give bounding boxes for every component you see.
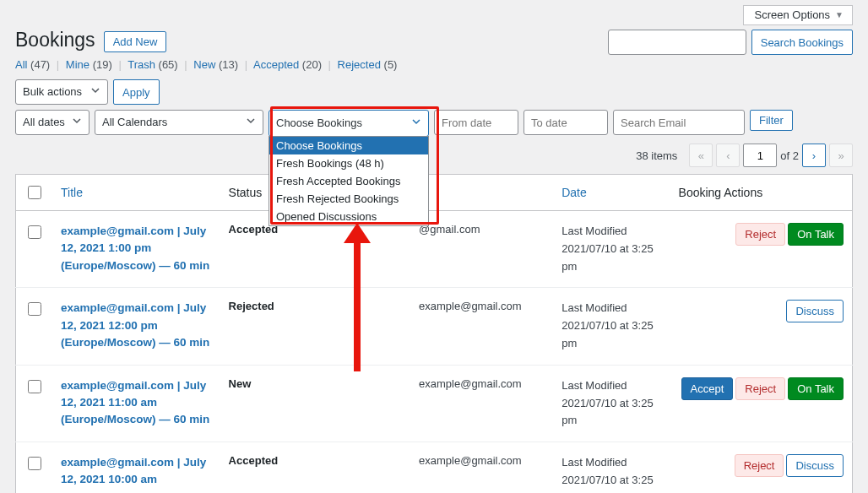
status-filter-rejected[interactable]: Rejected: [338, 58, 381, 71]
reject-button[interactable]: Reject: [735, 377, 785, 400]
chevron-down-icon: [90, 80, 100, 104]
booking-date: Last Modified2021/07/10 at 3:25pm: [553, 365, 670, 442]
column-actions: Booking Actions: [670, 175, 853, 211]
accept-button[interactable]: Accept: [681, 377, 734, 400]
row-checkbox[interactable]: [28, 380, 41, 393]
booking-title-link[interactable]: example@gmail.com | July 12, 2021 12:00 …: [61, 301, 209, 349]
choose-bookings-options: Choose Bookings Fresh Bookings (48 h) Fr…: [269, 136, 429, 226]
booking-title-link[interactable]: example@gmail.com | July 12, 2021 11:00 …: [61, 379, 209, 426]
column-date[interactable]: Date: [561, 186, 587, 199]
table-row: example@gmail.com | July 12, 2021 12:00 …: [16, 288, 853, 365]
status-filter-mine[interactable]: Mine: [66, 58, 90, 71]
row-checkbox[interactable]: [28, 225, 41, 239]
screen-options-button[interactable]: Screen Options ▼: [743, 5, 853, 25]
booking-date: Last Modified2021/07/10 at 3:25pm: [553, 288, 670, 365]
search-bookings-button[interactable]: Search Bookings: [751, 30, 853, 55]
page-title: Bookings: [15, 29, 95, 51]
on-talk-button[interactable]: On Talk: [788, 377, 844, 400]
row-checkbox[interactable]: [28, 302, 41, 316]
chevron-down-icon: [411, 111, 421, 136]
booking-email: @gmail.com: [410, 211, 553, 288]
search-email-input[interactable]: [613, 110, 745, 135]
apply-button[interactable]: Apply: [113, 79, 160, 105]
add-new-button[interactable]: Add New: [104, 31, 167, 52]
caret-down-icon: ▼: [835, 10, 844, 19]
screen-options-label: Screen Options: [754, 8, 830, 21]
on-talk-button[interactable]: On Talk: [788, 223, 844, 246]
status-filter-links: All (47) | Mine (19) | Trash (65) | New …: [15, 58, 853, 71]
status-filter-all[interactable]: All: [15, 58, 27, 71]
dropdown-option[interactable]: Fresh Rejected Bookings: [269, 190, 428, 208]
booking-email: example@gmail.com: [410, 442, 553, 493]
bookings-table: Title Status Date Booking Actions exampl…: [15, 174, 853, 493]
bulk-actions-select[interactable]: Bulk actions: [15, 79, 108, 105]
current-page-input[interactable]: [743, 144, 777, 167]
booking-title-link[interactable]: example@gmail.com | July 12, 2021 10:00 …: [61, 456, 209, 493]
reject-button[interactable]: Reject: [735, 454, 784, 477]
prev-page-button: ‹: [716, 144, 740, 167]
booking-status: Rejected: [220, 288, 410, 365]
chevron-down-icon: [72, 111, 82, 134]
status-filter-accepted[interactable]: Accepted: [253, 58, 299, 71]
first-page-button: «: [689, 144, 713, 167]
search-input[interactable]: [608, 30, 746, 55]
dropdown-option[interactable]: Opened Discussions: [269, 208, 428, 225]
to-date-input[interactable]: [524, 110, 608, 135]
status-filter-new[interactable]: New: [193, 58, 215, 71]
table-row: example@gmail.com | July 12, 2021 11:00 …: [16, 365, 853, 442]
booking-email: example@gmail.com: [410, 288, 553, 365]
booking-title-link[interactable]: example@gmail.com | July 12, 2021 1:00 p…: [61, 225, 209, 272]
reject-button[interactable]: Reject: [735, 223, 785, 246]
discuss-button[interactable]: Discuss: [786, 454, 844, 477]
dropdown-option[interactable]: Fresh Accepted Bookings: [269, 172, 428, 190]
page-of-text: of 2: [780, 149, 799, 162]
from-date-input[interactable]: [434, 110, 518, 135]
dropdown-option[interactable]: Fresh Bookings (48 h): [269, 154, 428, 172]
all-dates-select[interactable]: All dates: [15, 110, 90, 135]
booking-date: Last Modified2021/07/10 at 3:25pm: [553, 211, 670, 288]
row-checkbox[interactable]: [28, 457, 41, 470]
table-row: example@gmail.com | July 12, 2021 10:00 …: [16, 442, 853, 493]
column-email: [410, 175, 553, 211]
select-all-checkbox[interactable]: [28, 186, 41, 199]
discuss-button[interactable]: Discuss: [786, 300, 844, 322]
next-page-button[interactable]: ›: [802, 144, 826, 167]
status-filter-trash[interactable]: Trash: [127, 58, 155, 71]
column-title[interactable]: Title: [61, 186, 83, 199]
booking-email: example@gmail.com: [410, 365, 553, 442]
last-page-button: »: [829, 144, 853, 167]
booking-status: Accepted: [220, 442, 410, 493]
booking-date: Last Modified2021/07/10 at 3:25pm: [553, 442, 670, 493]
table-row: example@gmail.com | July 12, 2021 1:00 p…: [16, 211, 853, 288]
all-calendars-select[interactable]: All Calendars: [95, 110, 263, 135]
filter-button[interactable]: Filter: [750, 110, 793, 131]
items-count: 38 items: [636, 149, 677, 162]
dropdown-option[interactable]: Choose Bookings: [269, 137, 428, 154]
chevron-down-icon: [246, 111, 256, 134]
choose-bookings-dropdown[interactable]: Choose Bookings Choose Bookings Fresh Bo…: [269, 110, 429, 137]
booking-status: New: [220, 365, 410, 442]
